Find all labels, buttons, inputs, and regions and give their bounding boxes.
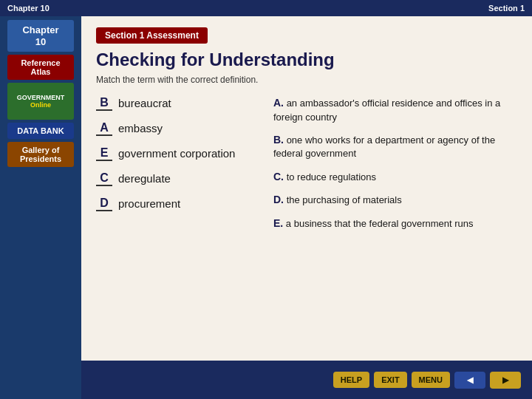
forward-button[interactable]: ▶ xyxy=(490,372,521,389)
def-letter-1: B. xyxy=(273,134,284,146)
back-button[interactable]: ◀ xyxy=(454,372,485,389)
match-letter-0: B xyxy=(96,96,112,111)
match-term-2: government corporation xyxy=(118,146,235,161)
sidebar: Chapter 10 Reference Atlas GOVERNMENTOnl… xyxy=(0,16,81,399)
match-item-4: D procurement xyxy=(96,197,259,211)
def-text-3: the purchasing of materials xyxy=(287,194,402,205)
def-letter-2: C. xyxy=(273,171,284,183)
chapter-label: Chapter 10 xyxy=(7,4,50,13)
chapter-number: 10 xyxy=(35,36,46,47)
def-item-2: C. to reduce regulations xyxy=(273,170,517,185)
help-button[interactable]: HELP xyxy=(333,372,369,388)
exit-button[interactable]: EXIT xyxy=(374,372,406,388)
match-term-3: deregulate xyxy=(118,171,171,186)
def-text-2: to reduce regulations xyxy=(287,171,376,183)
def-letter-4: E. xyxy=(273,217,283,229)
def-item-3: D. the purchasing of materials xyxy=(273,193,517,208)
def-letter-0: A. xyxy=(273,97,284,109)
content-grid: B bureaucrat A embassy E government corp… xyxy=(96,96,517,239)
match-term-1: embassy xyxy=(118,121,163,136)
sidebar-item-data-bank[interactable]: DATA BANK xyxy=(7,123,74,139)
match-item-0: B bureaucrat xyxy=(96,96,259,111)
section-label: Section 1 xyxy=(488,4,525,13)
match-item-2: E government corporation xyxy=(96,146,259,161)
terms-column: B bureaucrat A embassy E government corp… xyxy=(96,96,259,239)
sidebar-item-reference-atlas[interactable]: Reference Atlas xyxy=(7,55,74,80)
subtitle: Match the term with the correct definiti… xyxy=(96,75,517,85)
match-letter-2: E xyxy=(96,146,112,161)
chapter-word: Chapter xyxy=(22,24,58,35)
main-content: Section 1 Assessment Checking for Unders… xyxy=(81,16,532,399)
match-term-0: bureaucrat xyxy=(118,96,171,111)
chapter-box: Chapter 10 xyxy=(7,20,74,52)
menu-button[interactable]: MENU xyxy=(412,372,450,388)
match-letter-1: A xyxy=(96,121,112,136)
def-text-0: an ambassador's official residence and o… xyxy=(273,98,500,123)
def-item-1: B. one who works for a department or age… xyxy=(273,133,517,161)
section-banner: Section 1 Assessment xyxy=(96,27,208,44)
def-item-0: A. an ambassador's official residence an… xyxy=(273,96,517,124)
bottom-nav: HELP EXIT MENU ◀ ▶ xyxy=(81,361,532,399)
top-bar: Chapter 10 Section 1 xyxy=(0,0,532,16)
sidebar-item-government-online[interactable]: GOVERNMENTOnline xyxy=(7,83,74,120)
sidebar-item-gallery[interactable]: Gallery of Presidents xyxy=(7,142,74,167)
page-title: Checking for Understanding xyxy=(96,50,517,70)
def-text-4: a business that the federal government r… xyxy=(286,218,474,229)
match-item-1: A embassy xyxy=(96,121,259,136)
match-letter-4: D xyxy=(96,197,112,211)
match-term-4: procurement xyxy=(118,197,180,211)
def-letter-3: D. xyxy=(273,194,284,205)
def-text-1: one who works for a department or agency… xyxy=(273,134,495,160)
definitions-column: A. an ambassador's official residence an… xyxy=(273,96,517,239)
def-item-4: E. a business that the federal governmen… xyxy=(273,216,517,231)
match-item-3: C deregulate xyxy=(96,171,259,186)
match-letter-3: C xyxy=(96,171,112,186)
